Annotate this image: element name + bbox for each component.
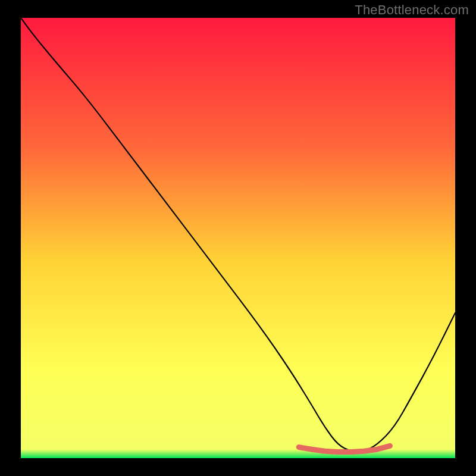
watermark-text: TheBottleneck.com [355, 2, 469, 18]
chart-svg [21, 18, 455, 458]
gradient-background [21, 18, 455, 458]
chart-plot-area [21, 18, 455, 458]
chart-frame: TheBottleneck.com [0, 0, 476, 476]
